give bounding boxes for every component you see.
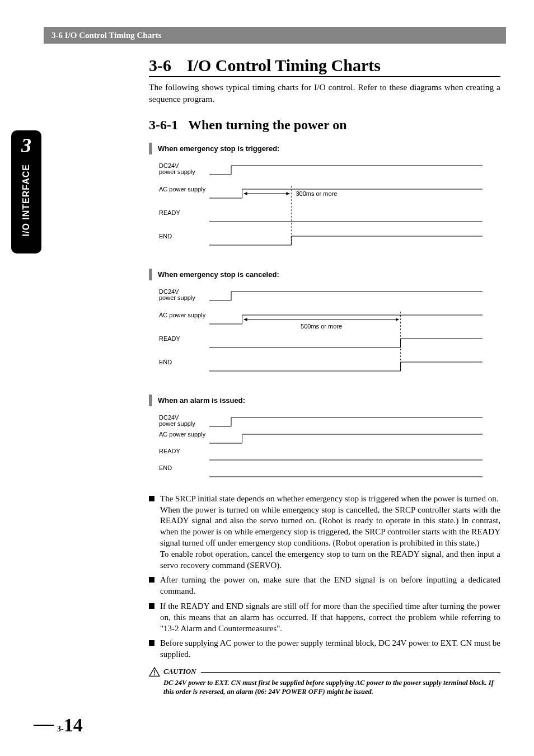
chart-title: When an alarm is issued:: [158, 395, 245, 406]
header-bar: 3-6 I/O Control Timing Charts: [44, 27, 506, 44]
chapter-label: I/O INTERFACE: [21, 164, 31, 236]
caution-icon: [149, 667, 160, 677]
timing-diagram: DC24Vpower supplyAC power supplyREADYEND…: [149, 158, 485, 256]
caution-body: DC 24V power to EXT. CN must first be su…: [163, 678, 500, 697]
bullet-text: Before supplying AC power to the power s…: [160, 638, 500, 660]
content-area: 3-6 I/O Control Timing Charts The follow…: [149, 56, 500, 697]
signal-label: AC power supply: [159, 312, 206, 318]
section-title: I/O Control Timing Charts: [187, 56, 381, 75]
annotation-label: 500ms or more: [301, 323, 342, 330]
bullet-subtext: When the power is turned on while emerge…: [160, 505, 500, 549]
bullet-list: The SRCP initial state depends on whethe…: [149, 494, 500, 660]
signal-label: END: [159, 359, 172, 365]
subsection-title: When turning the power on: [188, 118, 347, 133]
bullet-item: After turning the power on, make sure th…: [149, 575, 500, 597]
signal-label: power supply: [159, 420, 195, 427]
signal-label: READY: [159, 335, 181, 342]
page-prefix: 3-: [57, 725, 64, 734]
timing-chart: When emergency stop is triggered:DC24Vpo…: [149, 143, 500, 259]
bullet-item: If the READY and END signals are still o…: [149, 601, 500, 634]
bullet-text: The SRCP initial state depends on whethe…: [160, 494, 500, 571]
subsection-heading: 3-6-1 When turning the power on: [149, 118, 500, 133]
bullet-subtext: To enable robot operation, cancel the em…: [160, 549, 500, 571]
signal-trace: [209, 362, 483, 371]
bullet-text: If the READY and END signals are still o…: [160, 601, 500, 634]
signal-label: READY: [159, 448, 181, 454]
timing-diagram: DC24Vpower supplyAC power supplyREADYEND…: [149, 284, 485, 382]
bullet-square-icon: [149, 496, 154, 501]
bullet-item: Before supplying AC power to the power s…: [149, 638, 500, 660]
chart-title: When emergency stop is triggered:: [158, 143, 279, 154]
timing-chart: When an alarm is issued:DC24Vpower suppl…: [149, 395, 500, 483]
subsection-number: 3-6-1: [149, 118, 178, 133]
signal-trace: [209, 166, 483, 175]
signal-label: END: [159, 233, 172, 240]
intro-paragraph: The following shows typical timing chart…: [149, 82, 500, 105]
signal-trace: [209, 236, 483, 245]
chart-title: When emergency stop is canceled:: [158, 269, 279, 280]
timing-chart: When emergency stop is canceled:DC24Vpow…: [149, 269, 500, 384]
signal-trace: [209, 434, 483, 443]
signal-trace: [209, 339, 483, 348]
signal-label: AC power supply: [159, 431, 206, 438]
section-heading: 3-6 I/O Control Timing Charts: [149, 56, 500, 77]
chapter-number: 3: [21, 134, 31, 157]
signal-label: END: [159, 464, 172, 471]
bullet-square-icon: [149, 603, 154, 609]
section-number: 3-6: [149, 56, 171, 75]
page-number: 3- 14: [34, 715, 83, 736]
signal-label: power supply: [159, 168, 195, 175]
signal-trace: [209, 417, 483, 426]
signal-label: power supply: [159, 294, 195, 301]
timing-diagram: DC24Vpower supplyAC power supplyREADYEND: [149, 410, 485, 481]
caution-heading-row: CAUTION: [149, 667, 500, 677]
caution-rule: [201, 672, 500, 673]
bullet-square-icon: [149, 577, 154, 583]
page-num-value: 14: [64, 715, 83, 736]
bullet-square-icon: [149, 640, 154, 646]
bullet-item: The SRCP initial state depends on whethe…: [149, 494, 500, 571]
annotation-label: 300ms or more: [296, 190, 337, 197]
signal-label: AC power supply: [159, 186, 206, 192]
signal-label: READY: [159, 209, 181, 216]
caution-label: CAUTION: [163, 667, 196, 676]
timing-charts: When emergency stop is triggered:DC24Vpo…: [149, 143, 500, 483]
signal-trace: [209, 292, 483, 300]
bullet-text: After turning the power on, make sure th…: [160, 575, 500, 597]
svg-point-5: [154, 674, 155, 675]
chapter-tab: 3 I/O INTERFACE: [11, 130, 41, 253]
